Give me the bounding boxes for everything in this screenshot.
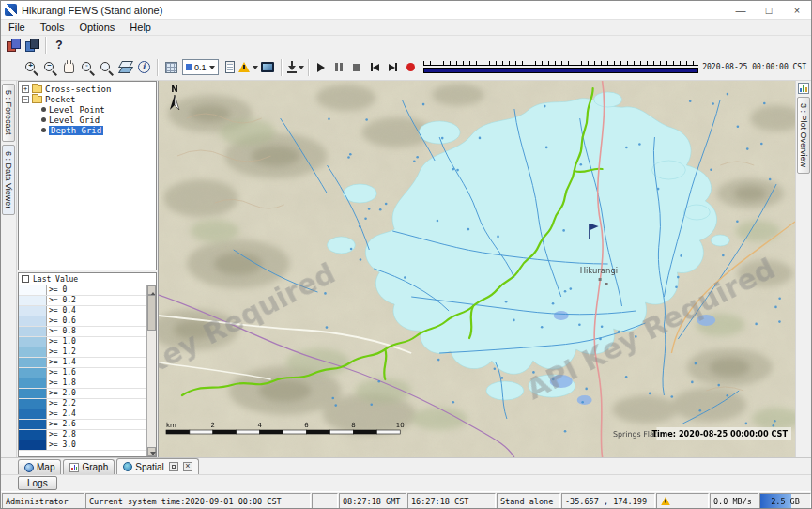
legend-entry-label: >= 2.2 — [47, 399, 78, 409]
map-canvas[interactable]: API Key Required API Key Required Hikura… — [159, 81, 795, 457]
zoom-box-button[interactable] — [78, 58, 97, 77]
stop-button[interactable] — [348, 58, 366, 76]
help-icon[interactable] — [50, 36, 69, 54]
tab-forecast[interactable]: 5 : Forecast — [2, 84, 15, 142]
info-button[interactable] — [134, 58, 153, 77]
status-warning-icon[interactable] — [661, 497, 670, 505]
logs-button[interactable]: Logs — [18, 476, 57, 490]
skip-to-end-button[interactable] — [384, 58, 402, 76]
menu-tools[interactable]: Tools — [33, 20, 72, 35]
play-button[interactable] — [313, 58, 330, 76]
legend-row[interactable]: >= 1.6 — [19, 368, 146, 378]
app-window: Hikurangi FEWS (Stand alone) — □ × File … — [0, 0, 812, 509]
legend-row[interactable]: >= 1.2 — [19, 347, 146, 358]
legend-row[interactable]: >= 0.2 — [19, 296, 146, 306]
grid-display-button[interactable] — [161, 58, 180, 77]
legend-row[interactable]: >= 2.2 — [19, 399, 146, 409]
scroll-down-icon[interactable] — [147, 447, 156, 456]
zoom-out-icon — [41, 59, 58, 76]
pause-button[interactable] — [330, 58, 348, 76]
legend-row[interactable]: >= 1.8 — [19, 378, 146, 389]
tab-graph[interactable]: Graph — [63, 459, 115, 474]
legend-panel: Last Value >= 0>= 0.2>= 0.4>= 0.6>= 0.8>… — [18, 272, 157, 457]
legend-row[interactable]: >= 2.6 — [19, 420, 146, 430]
app-icon — [5, 4, 17, 16]
tab-data-viewer[interactable]: 6 : Data Viewer — [2, 145, 15, 215]
maximize-button[interactable]: □ — [755, 1, 783, 19]
grid-size-combo-icon — [186, 64, 192, 70]
zoom-out-button[interactable] — [40, 58, 59, 77]
minimize-button[interactable]: — — [727, 1, 755, 19]
tab-close-icon[interactable] — [183, 462, 192, 471]
globe-icon — [24, 463, 34, 472]
export-database-button[interactable] — [23, 36, 41, 54]
scrollbar-thumb[interactable] — [147, 295, 156, 331]
legend-row[interactable]: >= 1.0 — [19, 337, 146, 347]
memory-usage-label: 2.5 GB — [771, 497, 800, 506]
legend-entry-label: >= 0.8 — [47, 327, 78, 336]
status-local-time: 16:27:18 CST — [407, 493, 496, 509]
zoom-in-button[interactable] — [22, 58, 40, 77]
tab-map[interactable]: Map — [18, 459, 61, 474]
map-view[interactable]: API Key Required API Key Required Hikura… — [158, 81, 795, 457]
legend-row[interactable]: >= 2.0 — [19, 389, 146, 399]
legend-entry-label: >= 0.2 — [47, 296, 78, 305]
last-value-checkbox[interactable] — [22, 275, 29, 283]
expander-plus-icon[interactable] — [22, 85, 29, 93]
record-icon — [406, 63, 415, 71]
warning-icon — [238, 62, 250, 72]
legend-color-swatch — [19, 347, 47, 357]
legend-header: Last Value — [19, 273, 156, 285]
display-button[interactable] — [258, 58, 277, 77]
tab-plot-overview[interactable]: 3 : Plot Overview — [797, 97, 810, 174]
export-animation-dropdown[interactable] — [285, 58, 304, 77]
legend-row[interactable]: >= 0.6 — [19, 316, 146, 327]
legend-row[interactable]: >= 0.8 — [19, 327, 146, 337]
menu-file[interactable]: File — [1, 20, 33, 35]
time-bar[interactable] — [423, 68, 699, 73]
menu-options[interactable]: Options — [71, 20, 122, 35]
profile-document-button[interactable] — [221, 58, 239, 77]
plot-overview-icon[interactable] — [798, 83, 809, 94]
tree-item-depth-grid[interactable]: Depth Grid — [19, 125, 156, 135]
pan-button[interactable] — [59, 58, 78, 77]
svg-text:4: 4 — [257, 422, 262, 429]
thresholds-dropdown[interactable] — [239, 58, 258, 77]
skip-to-start-button[interactable] — [366, 58, 384, 76]
window-title: Hikurangi FEWS (Stand alone) — [22, 5, 162, 16]
tree-item-pocket[interactable]: Pocket — [19, 94, 156, 104]
tab-spatial[interactable]: Spatial — [116, 458, 199, 474]
scroll-up-icon[interactable] — [147, 285, 156, 295]
menu-bar: File Tools Options Help — [1, 20, 811, 36]
play-icon — [317, 63, 325, 72]
tree-item-cross-section[interactable]: Cross-section — [19, 84, 156, 94]
time-slider[interactable] — [423, 60, 699, 74]
svg-text:6: 6 — [304, 422, 308, 429]
status-system-time: Current system time:2020-09-01 00:00 CST — [85, 493, 311, 509]
legend-row[interactable]: >= 3.0 — [19, 440, 146, 451]
chevron-down-icon — [209, 66, 215, 72]
tab-restore-icon[interactable] — [169, 462, 178, 471]
tree-item-level-grid[interactable]: Level Grid — [19, 115, 156, 125]
time-ruler — [423, 61, 699, 66]
export-icon — [285, 60, 296, 74]
import-button[interactable] — [4, 36, 23, 54]
menu-help[interactable]: Help — [122, 20, 159, 35]
expander-minus-icon[interactable] — [22, 96, 29, 103]
legend-scrollbar[interactable] — [146, 285, 156, 456]
zoom-extent-button[interactable] — [97, 58, 115, 77]
tree-item-level-point[interactable]: Level Point — [19, 104, 156, 115]
grid-size-combo[interactable]: 0.1 — [182, 59, 219, 75]
legend-row[interactable]: >= 1.4 — [19, 358, 146, 368]
legend-row[interactable]: >= 0.4 — [19, 306, 146, 316]
legend-row[interactable]: >= 2.4 — [19, 409, 146, 420]
status-transfer-rate: 0.0 MB/s — [710, 493, 758, 509]
record-button[interactable] — [402, 58, 420, 76]
legend-row[interactable]: >= 0 — [19, 285, 146, 296]
close-button[interactable]: × — [783, 1, 811, 19]
bullet-icon — [41, 128, 46, 132]
main-area: 5 : Forecast 6 : Data Viewer Cross-secti… — [1, 81, 811, 457]
legend-row[interactable]: >= 2.8 — [19, 430, 146, 440]
display-icon — [261, 62, 274, 72]
layers-button[interactable] — [115, 58, 134, 77]
